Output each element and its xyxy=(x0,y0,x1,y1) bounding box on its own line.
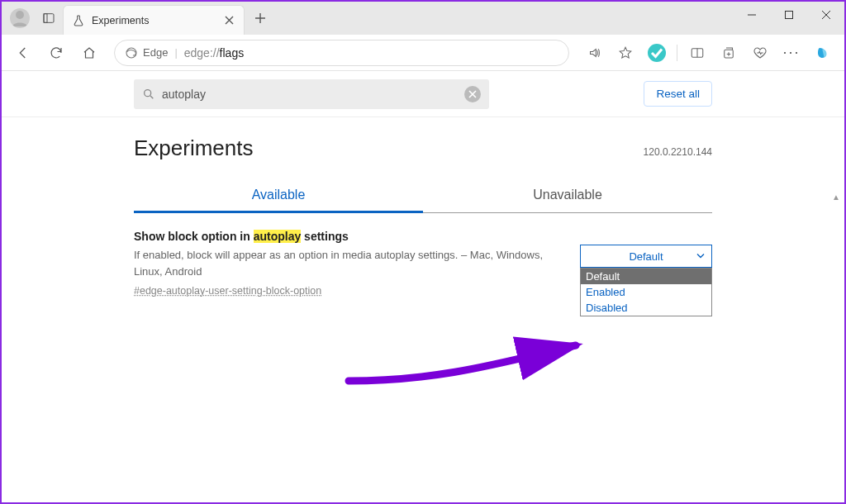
version-label: 120.0.2210.144 xyxy=(644,146,712,158)
flag-select-dropdown: Default Enabled Disabled xyxy=(580,268,712,316)
svg-rect-2 xyxy=(44,14,47,23)
svg-point-7 xyxy=(145,89,151,96)
url-text: edge://flags xyxy=(184,46,244,59)
copilot-icon[interactable] xyxy=(810,40,836,66)
svg-rect-1 xyxy=(44,14,54,23)
favorite-star-icon[interactable] xyxy=(612,40,639,66)
new-tab-button[interactable] xyxy=(248,6,273,31)
browser-window: Experiments Edge | edge://flags xyxy=(0,0,846,504)
option-enabled[interactable]: Enabled xyxy=(581,284,711,300)
browser-tab[interactable]: Experiments xyxy=(63,5,245,35)
addr-separator: | xyxy=(174,46,177,59)
site-identity: Edge xyxy=(125,46,168,59)
reset-all-button[interactable]: Reset all xyxy=(644,81,712,107)
tab-unavailable[interactable]: Unavailable xyxy=(423,179,712,212)
page-content: Reset all Experiments 120.0.2210.144 Ava… xyxy=(2,71,844,502)
health-icon[interactable] xyxy=(747,40,773,66)
scroll-up-icon[interactable]: ▲ xyxy=(831,192,841,202)
flag-description: If enabled, block will appear as an opti… xyxy=(134,247,563,279)
title-bar: Experiments xyxy=(2,2,844,35)
tab-close-button[interactable] xyxy=(222,14,235,27)
search-row: Reset all xyxy=(2,71,844,117)
flag-select-value: Default xyxy=(629,250,663,263)
site-identity-label: Edge xyxy=(143,46,168,59)
flask-icon xyxy=(72,14,85,27)
edge-logo-icon xyxy=(125,46,138,59)
address-bar[interactable]: Edge | edge://flags xyxy=(114,40,569,66)
ellipsis-icon: ··· xyxy=(782,44,800,61)
toolbar-separator xyxy=(677,45,677,61)
search-icon xyxy=(142,88,155,101)
option-default[interactable]: Default xyxy=(581,269,711,284)
page-header: Experiments 120.0.2210.144 xyxy=(134,136,712,161)
more-menu-button[interactable]: ··· xyxy=(778,40,805,66)
minimize-button[interactable] xyxy=(733,2,770,28)
subtabs: Available Unavailable xyxy=(134,179,712,213)
tab-available[interactable]: Available xyxy=(134,179,423,213)
home-button[interactable] xyxy=(76,40,102,66)
svg-point-0 xyxy=(16,11,24,19)
search-input[interactable] xyxy=(162,88,458,101)
split-screen-icon[interactable] xyxy=(684,40,711,66)
svg-point-4 xyxy=(126,48,136,58)
page-title: Experiments xyxy=(134,136,254,161)
scrollbar[interactable]: ▲ xyxy=(831,192,841,373)
annotation-arrow xyxy=(345,335,592,402)
profile-avatar[interactable] xyxy=(10,8,30,28)
svg-rect-3 xyxy=(785,12,792,19)
workspaces-icon[interactable] xyxy=(40,9,58,27)
option-disabled[interactable]: Disabled xyxy=(581,300,711,316)
flag-hash-link[interactable]: #edge-autoplay-user-setting-block-option xyxy=(134,285,321,297)
flag-item: Show block option in autoplay settings I… xyxy=(134,230,712,316)
chevron-down-icon xyxy=(696,250,705,263)
extension-badge[interactable] xyxy=(644,40,670,66)
flag-title: Show block option in autoplay settings xyxy=(134,230,563,243)
clear-search-button[interactable] xyxy=(464,86,481,102)
search-box xyxy=(134,79,489,109)
maximize-button[interactable] xyxy=(770,2,807,28)
back-button[interactable] xyxy=(10,40,36,66)
close-icon xyxy=(468,90,477,98)
read-aloud-icon[interactable] xyxy=(581,40,607,66)
tab-title: Experiments xyxy=(92,15,222,26)
toolbar: Edge | edge://flags ··· xyxy=(2,35,844,71)
flag-select[interactable]: Default xyxy=(580,245,712,268)
collections-icon[interactable] xyxy=(715,40,742,66)
close-window-button[interactable] xyxy=(807,2,844,28)
window-controls xyxy=(733,2,844,35)
refresh-button[interactable] xyxy=(43,40,69,66)
checkmark-icon xyxy=(648,44,666,62)
